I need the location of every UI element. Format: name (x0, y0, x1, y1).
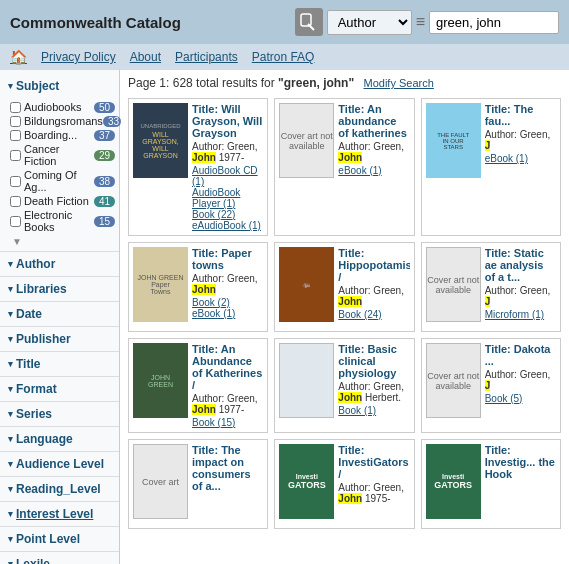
book-format-link[interactable]: AudioBook Player (1) (192, 187, 263, 209)
book-author: Author: Green, John (338, 285, 409, 307)
facet-author: ▾ Author (0, 252, 119, 277)
book-title[interactable]: Title: Will Grayson, Will Grayson (192, 103, 263, 139)
facet-language-label: Language (16, 432, 73, 446)
facet-point-level-header[interactable]: ▾ Point Level (0, 527, 119, 551)
modify-search-link[interactable]: Modify Search (364, 77, 434, 89)
facet-language-header[interactable]: ▾ Language (0, 427, 119, 451)
facet-boarding-checkbox[interactable] (10, 130, 21, 141)
book-author: Author: Green, John Herbert. (338, 381, 409, 403)
book-title[interactable]: Title: Dakota ... (485, 343, 556, 367)
facet-audiobooks-checkbox[interactable] (10, 102, 21, 113)
facet-badge: 29 (94, 150, 115, 161)
facet-format-header[interactable]: ▾ Format (0, 377, 119, 401)
book-title[interactable]: Title: The impact on consumers of a... (192, 444, 263, 492)
facet-interest-level-header[interactable]: ▾ Interest Level (0, 502, 119, 526)
book-title[interactable]: Title: Hippopotamister / (338, 247, 409, 283)
facet-lexile-label: Lexile (16, 557, 50, 564)
facet-subject-label: Subject (16, 79, 59, 93)
highlight: John (338, 493, 362, 504)
highlight: John (192, 404, 216, 415)
facet-libraries-header[interactable]: ▾ Libraries (0, 277, 119, 301)
book-format-link[interactable]: AudioBook CD (1) (192, 165, 263, 187)
book-cover-placeholder: Cover art (133, 444, 188, 519)
facet-interest-level: ▾ Interest Level (0, 502, 119, 527)
book-format-link[interactable]: eBook (1) (192, 308, 263, 319)
facet-author-header[interactable]: ▾ Author (0, 252, 119, 276)
facet-audience: ▾ Audience Level (0, 452, 119, 477)
book-title[interactable]: Title: InvestiGators / (338, 444, 409, 480)
facet-audience-label: Audience Level (16, 457, 104, 471)
book-cover: InvestiGATORS (279, 444, 334, 519)
privacy-policy-link[interactable]: Privacy Policy (41, 50, 116, 64)
book-format-link[interactable]: Book (1) (338, 405, 409, 416)
book-author: Author: Green, John 1975- (338, 482, 409, 504)
about-link[interactable]: About (130, 50, 161, 64)
highlight: John (338, 296, 362, 307)
book-format-link[interactable]: Book (2) (192, 297, 263, 308)
facet-date-label: Date (16, 307, 42, 321)
facet-death-checkbox[interactable] (10, 196, 21, 207)
facet-libraries-label: Libraries (16, 282, 67, 296)
facet-audience-header[interactable]: ▾ Audience Level (0, 452, 119, 476)
list-item: Bildungsromans 33 (8, 114, 119, 128)
book-format-link[interactable]: eAudioBook (1) (192, 220, 263, 231)
facet-series-header[interactable]: ▾ Series (0, 402, 119, 426)
facet-interest-level-label: Interest Level (16, 507, 93, 521)
book-card: Cover art not available Title: An abunda… (274, 98, 414, 236)
book-info: Title: An abundance of katherines Author… (338, 103, 409, 176)
search-input[interactable] (429, 11, 559, 34)
book-title[interactable]: Title: Basic clinical physiology (338, 343, 409, 379)
facet-title-header[interactable]: ▾ Title (0, 352, 119, 376)
book-info: Title: Hippopotamister / Author: Green, … (338, 247, 409, 320)
patron-faq-link[interactable]: Patron FAQ (252, 50, 315, 64)
facet-subject-header[interactable]: ▾ Subject (0, 74, 119, 98)
facet-badge: 41 (94, 196, 115, 207)
chevron-right-icon: ▾ (8, 559, 13, 564)
facet-publisher-header[interactable]: ▾ Publisher (0, 327, 119, 351)
facet-format: ▾ Format (0, 377, 119, 402)
chevron-right-icon: ▾ (8, 434, 13, 444)
book-format-link[interactable]: Book (15) (192, 417, 263, 428)
participants-link[interactable]: Participants (175, 50, 238, 64)
search-type-select[interactable]: Author Title Subject Keyword (327, 10, 412, 35)
book-title[interactable]: Title: Paper towns (192, 247, 263, 271)
list-item: Cancer Fiction 29 (8, 142, 119, 168)
book-format-link[interactable]: eBook (1) (485, 153, 556, 164)
book-title[interactable]: Title: An abundance of katherines (338, 103, 409, 139)
facet-publisher-label: Publisher (16, 332, 71, 346)
facet-reading-level-header[interactable]: ▾ Reading_Level (0, 477, 119, 501)
book-card: InvestiGATORS Title: Investig... the Hoo… (421, 439, 561, 529)
book-card: THE FAULTIN OURSTARS Title: The fau... A… (421, 98, 561, 236)
book-info: Title: InvestiGators / Author: Green, Jo… (338, 444, 409, 506)
book-format-link[interactable]: Microform (1) (485, 309, 556, 320)
book-info: Title: Investig... the Hook (485, 444, 556, 482)
main-layout: ▾ Subject Audiobooks 50 Bildungsromans 3… (0, 70, 569, 564)
book-format-link[interactable]: eBook (1) (338, 165, 409, 176)
book-format-link[interactable]: Book (22) (192, 209, 263, 220)
facet-electronic-checkbox[interactable] (10, 216, 21, 227)
home-link[interactable]: 🏠 (10, 49, 27, 65)
chevron-right-icon: ▾ (8, 309, 13, 319)
facet-bildungsromans-checkbox[interactable] (10, 116, 21, 127)
book-format-link[interactable]: Book (24) (338, 309, 409, 320)
book-title[interactable]: Title: Static ae analysis of a t... (485, 247, 556, 283)
facet-title: ▾ Title (0, 352, 119, 377)
book-info: Title: The fau... Author: Green, J eBook… (485, 103, 556, 164)
book-card: Cover art Title: The impact on consumers… (128, 439, 268, 529)
book-format-link[interactable]: Book (5) (485, 393, 556, 404)
facet-date-header[interactable]: ▾ Date (0, 302, 119, 326)
book-title[interactable]: Title: The fau... (485, 103, 556, 127)
facet-date: ▾ Date (0, 302, 119, 327)
facet-cancer-checkbox[interactable] (10, 150, 21, 161)
search-divider-icon: ≡ (416, 13, 425, 31)
book-card: InvestiGATORS Title: InvestiGators / Aut… (274, 439, 414, 529)
book-title[interactable]: Title: Investig... the Hook (485, 444, 556, 480)
facet-lexile-header[interactable]: ▾ Lexile (0, 552, 119, 564)
book-cover-placeholder: Cover art not available (426, 247, 481, 322)
book-title[interactable]: Title: An Abundance of Katherines / (192, 343, 263, 391)
facet-point-level: ▾ Point Level (0, 527, 119, 552)
book-info: Title: An Abundance of Katherines / Auth… (192, 343, 263, 428)
facet-coming-checkbox[interactable] (10, 176, 21, 187)
book-cover-placeholder (279, 343, 334, 418)
book-card: UNABRIDGED WILL GRAYSON,WILL GRAYSON Tit… (128, 98, 268, 236)
